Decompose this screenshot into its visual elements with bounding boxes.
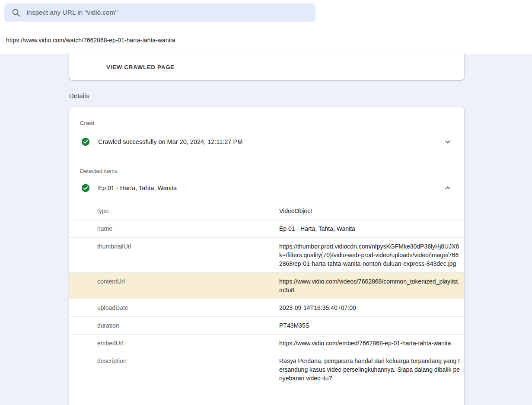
property-value: Rasya Perdana, pengacara handal dari kel… <box>279 357 464 383</box>
property-row-description[interactable]: descriptionRasya Perdana, pengacara hand… <box>69 352 464 387</box>
property-key: embedUrl <box>69 339 279 348</box>
property-value: PT43M35S <box>279 321 464 330</box>
property-key: uploadDate <box>69 303 279 312</box>
crawl-label: Crawl <box>69 107 464 126</box>
chevron-down-icon[interactable] <box>443 137 453 147</box>
properties-table: typeVideoObjectnameEp 01 - Harta, Tahta,… <box>69 202 464 387</box>
property-key: thumbnailUrl <box>69 242 279 268</box>
header-band: https://www.vidio.com/watch/7662868-ep-0… <box>0 0 532 54</box>
property-value: Ep 01 - Harta, Tahta, Wanita <box>279 224 464 233</box>
property-value: 2023-09-14T16:35:40+07:00 <box>279 303 464 312</box>
property-key: duration <box>69 321 279 330</box>
crawl-status-row[interactable]: Crawled successfully on Mar 20, 2024, 12… <box>69 131 464 152</box>
crawled-page-card: VIEW CRAWLED PAGE <box>69 54 464 80</box>
property-key: contentUrl <box>69 277 279 294</box>
property-row-embedUrl[interactable]: embedUrlhttps://www.vidio.com/embed/7662… <box>69 335 464 352</box>
property-row-type[interactable]: typeVideoObject <box>69 202 464 220</box>
url-inspection-search[interactable] <box>4 3 315 22</box>
property-row-contentUrl[interactable]: contentUrlhttps://www.vidio.com/videos/7… <box>69 273 464 299</box>
chevron-up-icon[interactable] <box>443 183 453 193</box>
inspected-url: https://www.vidio.com/watch/7662868-ep-0… <box>6 37 175 44</box>
property-row-thumbnailUrl[interactable]: thumbnailUrlhttps://thumbor.prod.vidiocd… <box>69 238 464 273</box>
property-row-uploadDate[interactable]: uploadDate2023-09-14T16:35:40+07:00 <box>69 299 464 317</box>
check-circle-icon <box>81 137 90 146</box>
view-crawled-page-button[interactable]: VIEW CRAWLED PAGE <box>106 64 175 70</box>
detected-item-row[interactable]: Ep 01 - Harta, Tahta, Wanita <box>69 178 464 198</box>
property-key: name <box>69 224 279 233</box>
search-input[interactable] <box>26 9 309 16</box>
crawl-status-text: Crawled successfully on Mar 20, 2024, 12… <box>98 138 242 145</box>
property-value: https://www.vidio.com/embed/7662868-ep-0… <box>279 339 464 348</box>
detected-item-title: Ep 01 - Harta, Tahta, Wanita <box>98 185 177 191</box>
property-key: description <box>69 357 279 383</box>
property-value: https://thumbor.prod.vidiocdn.com/nfpysK… <box>279 242 464 268</box>
search-icon <box>11 8 21 17</box>
property-key: type <box>69 207 279 215</box>
check-circle-icon <box>81 184 90 192</box>
property-row-duration[interactable]: durationPT43M35S <box>69 317 464 335</box>
property-value: https://www.vidio.com/videos/7662868/com… <box>279 277 464 294</box>
property-value: VideoObject <box>279 207 464 215</box>
details-section-label: Details <box>69 92 89 99</box>
details-card: Crawl Crawled successfully on Mar 20, 20… <box>69 107 464 405</box>
property-row-name[interactable]: nameEp 01 - Harta, Tahta, Wanita <box>69 220 464 238</box>
detected-items-label: Detected items <box>69 155 464 174</box>
